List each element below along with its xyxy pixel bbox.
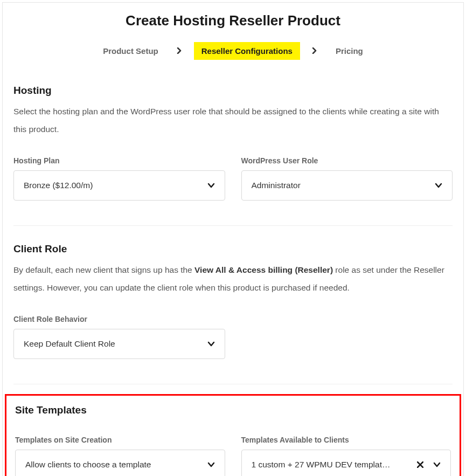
wordpress-role-select[interactable]: Administrator — [241, 170, 453, 201]
templates-creation-value: Allow clients to choose a template — [25, 460, 201, 470]
site-templates-fields: Templates on Site Creation Allow clients… — [15, 436, 451, 476]
client-role-spacer — [241, 315, 453, 359]
breadcrumb-product-setup[interactable]: Product Setup — [96, 43, 165, 59]
client-role-title: Client Role — [13, 243, 453, 255]
hosting-title: Hosting — [13, 85, 453, 96]
templates-creation-label: Templates on Site Creation — [15, 436, 225, 444]
templates-available-field: Templates Available to Clients 1 custom … — [241, 436, 451, 476]
client-role-section: Client Role By default, each new client … — [13, 236, 453, 372]
client-role-behavior-field: Client Role Behavior Keep Default Client… — [13, 315, 225, 359]
breadcrumb-pricing[interactable]: Pricing — [329, 43, 370, 59]
page-title: Create Hosting Reseller Product — [3, 3, 463, 42]
close-icon[interactable] — [417, 461, 423, 468]
templates-available-select[interactable]: 1 custom + 27 WPMU DEV templat… — [241, 450, 451, 476]
templates-creation-field: Templates on Site Creation Allow clients… — [15, 436, 225, 476]
client-role-behavior-select[interactable]: Keep Default Client Role — [13, 329, 225, 359]
hosting-section: Hosting Select the hosting plan and the … — [13, 77, 453, 213]
hosting-plan-label: Hosting Plan — [13, 156, 225, 165]
site-templates-highlight: Site Templates Templates on Site Creatio… — [5, 394, 461, 476]
templates-available-label: Templates Available to Clients — [241, 436, 451, 444]
templates-creation-select[interactable]: Allow clients to choose a template — [15, 450, 225, 476]
client-role-desc-strong: View All & Access billing (Reseller) — [194, 265, 333, 274]
divider — [13, 225, 453, 226]
hosting-description: Select the hosting plan and the WordPres… — [13, 103, 453, 138]
site-templates-title: Site Templates — [15, 404, 451, 416]
chevron-down-icon — [207, 461, 215, 468]
breadcrumb-reseller-configurations[interactable]: Reseller Configurations — [194, 42, 300, 60]
hosting-plan-value: Bronze ($12.00/m) — [24, 181, 201, 190]
client-role-desc-before: By default, each new client that signs u… — [13, 265, 194, 274]
chevron-down-icon — [207, 340, 215, 348]
client-role-behavior-value: Keep Default Client Role — [24, 339, 201, 349]
chevron-right-icon — [312, 46, 317, 56]
page-container: Create Hosting Reseller Product Product … — [2, 2, 464, 476]
chevron-down-icon — [433, 461, 441, 468]
hosting-plan-field: Hosting Plan Bronze ($12.00/m) — [13, 156, 225, 201]
hosting-plan-select[interactable]: Bronze ($12.00/m) — [13, 170, 225, 201]
select-icons — [417, 461, 441, 468]
hosting-fields: Hosting Plan Bronze ($12.00/m) WordPress… — [13, 156, 453, 201]
divider — [13, 384, 453, 384]
wordpress-role-field: WordPress User Role Administrator — [241, 156, 453, 201]
templates-available-value: 1 custom + 27 WPMU DEV templat… — [252, 460, 411, 470]
client-role-fields: Client Role Behavior Keep Default Client… — [13, 315, 453, 359]
site-templates-section: Site Templates Templates on Site Creatio… — [15, 404, 451, 476]
wordpress-role-value: Administrator — [252, 181, 429, 190]
content-area: Hosting Select the hosting plan and the … — [3, 77, 463, 476]
client-role-behavior-label: Client Role Behavior — [13, 315, 225, 323]
chevron-down-icon — [435, 182, 442, 189]
breadcrumb: Product Setup Reseller Configurations Pr… — [3, 42, 463, 77]
chevron-right-icon — [177, 46, 182, 56]
chevron-down-icon — [207, 182, 215, 189]
client-role-description: By default, each new client that signs u… — [13, 261, 453, 296]
wordpress-role-label: WordPress User Role — [241, 156, 453, 165]
